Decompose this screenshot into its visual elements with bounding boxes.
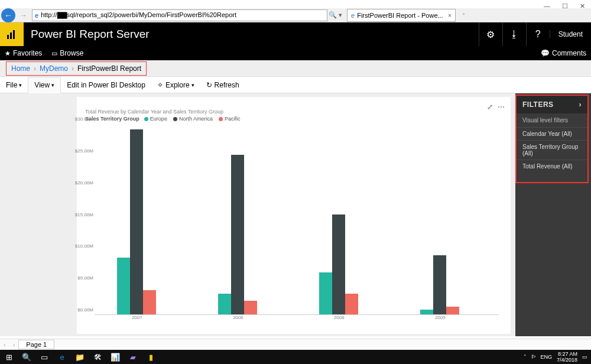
filter-section-label: Visual level filters (517, 113, 587, 127)
refresh-button[interactable]: ↻Refresh (200, 77, 245, 93)
svg-rect-2 (13, 30, 15, 39)
explore-icon: ✧ (157, 81, 163, 89)
filter-item[interactable]: Total Revenue (All) (517, 160, 587, 173)
bar[interactable] (332, 214, 345, 315)
chevron-down-icon: ▾ (191, 82, 194, 88)
start-button[interactable]: ⊞ (0, 350, 18, 364)
bar[interactable] (117, 258, 130, 315)
bar-group[interactable] (218, 124, 257, 315)
comments-link[interactable]: 💬Comments (541, 49, 586, 57)
app-taskbar-icon[interactable]: 🛠 (89, 350, 106, 364)
more-options-icon[interactable]: ⋯ (498, 103, 505, 111)
pbi-taskbar-icon[interactable]: ▮ (142, 350, 160, 364)
bar[interactable] (433, 255, 446, 315)
chevron-right-icon: › (579, 100, 582, 109)
settings-button[interactable]: ⚙ (479, 22, 502, 46)
chart-title: Total Revenue by Calendar Year and Sales… (85, 109, 223, 115)
bar[interactable] (244, 301, 257, 315)
page-tabs: ‹ › Page 1 (0, 339, 591, 350)
download-icon: ⭳ (509, 29, 519, 40)
y-axis-tick: $20.00M (75, 180, 93, 185)
bar-group[interactable] (319, 124, 358, 315)
report-toolbar: File▾ View▾ Edit in Power BI Desktop ✧Ex… (0, 77, 591, 93)
url-search-icon[interactable]: 🔍 ▾ (329, 11, 342, 19)
x-axis-tick: 2008 (334, 315, 345, 320)
tray-chevron-icon[interactable]: ˄ (524, 354, 527, 360)
app-taskbar-icon[interactable]: 📊 (106, 350, 124, 364)
tray-notifications-icon[interactable]: ▭ (582, 354, 587, 360)
browser-address-bar: ← → e 🔍 ▾ e FirstPowerBI Report - Powe..… (0, 8, 591, 22)
star-icon: ★ (5, 50, 11, 57)
chart-plot-area[interactable]: $0.00M$5.00M$10.00M$15.00M$20.00M$25.00M… (95, 124, 499, 322)
explore-menu[interactable]: ✧Explore▾ (151, 77, 200, 93)
browse-icon: ▭ (51, 50, 57, 57)
help-button[interactable]: ? (526, 22, 550, 46)
edit-desktop-button[interactable]: Edit in Power BI Desktop (61, 77, 151, 93)
chevron-right-icon: › (34, 64, 36, 73)
y-axis-tick: $0.00M (77, 307, 93, 313)
bar[interactable] (319, 272, 332, 315)
search-icon[interactable]: 🔍 (18, 350, 35, 364)
windows-taskbar: ⊞ 🔍 ▭ e 📁 🛠 📊 ▰ ▮ ˄ 🏳 ENG 8:27 AM 7/4/20… (0, 350, 591, 364)
tray-lang[interactable]: ENG (540, 354, 552, 360)
chevron-right-icon: › (72, 64, 74, 73)
y-axis-tick: $25.00M (75, 148, 93, 153)
page-next-button[interactable]: › (9, 341, 19, 348)
filters-header[interactable]: FILTERS › (517, 96, 587, 113)
view-menu[interactable]: View▾ (28, 77, 61, 93)
refresh-icon: ↻ (206, 81, 212, 89)
bar[interactable] (130, 129, 143, 315)
app-header: Power BI Report Server ⚙ ⭳ ? Student (0, 22, 591, 46)
browse-link[interactable]: ▭Browse (51, 49, 83, 57)
tray-network-icon[interactable]: 🏳 (531, 354, 537, 360)
browser-tab[interactable]: e FirstPowerBI Report - Powe... × ▫ (347, 9, 456, 22)
svg-rect-1 (10, 32, 12, 39)
x-axis-tick: 2007 (132, 315, 142, 320)
bar[interactable] (231, 155, 244, 315)
chevron-down-icon: ▾ (51, 82, 54, 88)
ie-logo-icon: e (35, 12, 38, 19)
page-tab[interactable]: Page 1 (18, 340, 54, 349)
chart-legend: Sales Territory Group Europe North Ameri… (85, 116, 246, 122)
download-button[interactable]: ⭳ (502, 22, 526, 46)
forward-button[interactable]: → (18, 9, 30, 21)
bar-group[interactable] (117, 124, 156, 315)
ie-taskbar-icon[interactable]: e (53, 350, 71, 364)
bar-group[interactable] (420, 124, 459, 315)
favorites-link[interactable]: ★Favorites (5, 49, 42, 57)
breadcrumb-home[interactable]: Home (11, 64, 30, 73)
url-field-container[interactable]: e (32, 9, 327, 21)
filter-item[interactable]: Sales Territory Group (All) (517, 140, 587, 160)
x-axis-tick: 2006 (233, 315, 243, 320)
page-prev-button[interactable]: ‹ (0, 341, 9, 348)
bar[interactable] (218, 294, 231, 315)
user-menu[interactable]: Student (550, 30, 591, 38)
tab-close-icon[interactable]: × (448, 12, 452, 19)
vs-taskbar-icon[interactable]: ▰ (124, 350, 142, 364)
y-axis-tick: $10.00M (75, 243, 93, 249)
svg-rect-0 (7, 35, 9, 39)
filter-item[interactable]: Calendar Year (All) (517, 127, 587, 140)
x-axis-tick: 2005 (435, 315, 446, 320)
task-view-icon[interactable]: ▭ (35, 350, 53, 364)
bar[interactable] (345, 294, 358, 315)
file-menu[interactable]: File▾ (0, 77, 28, 93)
explorer-taskbar-icon[interactable]: 📁 (71, 350, 89, 364)
filters-pane: FILTERS › Visual level filters Calendar … (515, 95, 589, 183)
breadcrumb-folder[interactable]: MyDemo (40, 64, 68, 73)
focus-mode-icon[interactable]: ⤢ (487, 103, 493, 111)
y-axis-tick: $30.00M (75, 116, 93, 122)
chevron-down-icon: ▾ (19, 82, 22, 88)
url-input[interactable] (41, 12, 324, 19)
breadcrumb-current: FirstPowerBI Report (77, 64, 141, 73)
tab-favicon: e (351, 12, 355, 19)
gear-icon: ⚙ (486, 29, 495, 40)
breadcrumb: Home › MyDemo › FirstPowerBI Report (0, 60, 591, 77)
tab-title: FirstPowerBI Report - Powe... (357, 12, 443, 19)
back-button[interactable]: ← (1, 8, 15, 22)
new-tab-icon[interactable]: ▫ (463, 11, 465, 17)
tray-clock[interactable]: 8:27 AM 7/4/2018 (557, 351, 577, 363)
bar[interactable] (143, 290, 156, 315)
report-canvas[interactable]: ⤢ ⋯ Total Revenue by Calendar Year and S… (77, 97, 511, 334)
bar[interactable] (446, 307, 459, 315)
